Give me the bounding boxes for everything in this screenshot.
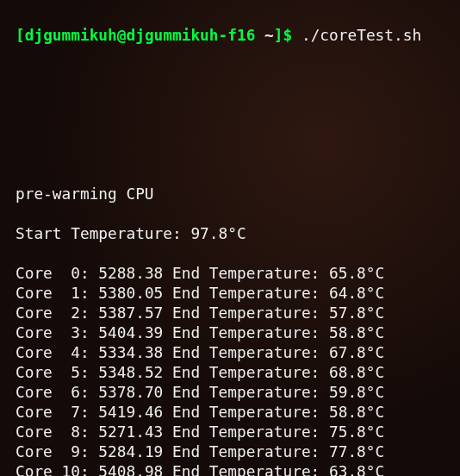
core-frequency: 5408.98	[98, 462, 163, 476]
core-line: Core 6: 5378.70 End Temperature: 59.8°C	[16, 382, 444, 402]
core-end-temp-label: End Temperature:	[163, 264, 329, 282]
core-end-temp-label: End Temperature:	[163, 423, 329, 441]
core-end-temp-value: 58.8°C	[329, 403, 384, 421]
core-end-temp-value: 58.8°C	[329, 323, 384, 341]
core-end-temp-value: 77.8°C	[329, 442, 384, 460]
core-end-temp-label: End Temperature:	[163, 343, 329, 361]
core-lines-container: Core 0: 5288.38 End Temperature: 65.8°CC…	[16, 263, 444, 476]
core-line: Core 8: 5271.43 End Temperature: 75.8°C	[16, 422, 444, 442]
terminal-output[interactable]: [djgummikuh@djgummikuh-f16 ~]$ ./coreTes…	[0, 0, 460, 476]
core-line: Core 2: 5387.57 End Temperature: 57.8°C	[16, 303, 444, 323]
core-end-temp-value: 64.8°C	[329, 284, 384, 302]
core-line: Core 9: 5284.19 End Temperature: 77.8°C	[16, 442, 444, 461]
core-end-temp-label: End Temperature:	[163, 383, 329, 401]
core-frequency: 5288.38	[98, 264, 163, 282]
prompt-space	[255, 26, 264, 44]
blank-line	[16, 65, 444, 85]
blank-line	[16, 144, 444, 164]
core-line: Core 4: 5334.38 End Temperature: 67.8°C	[16, 342, 444, 362]
core-end-temp-value: 63.8°C	[329, 462, 384, 476]
prewarm-line: pre-warming CPU	[16, 184, 444, 204]
core-frequency: 5380.05	[98, 284, 163, 302]
core-label: Core 6:	[16, 383, 98, 401]
core-frequency: 5334.38	[98, 343, 163, 361]
core-line: Core 0: 5288.38 End Temperature: 65.8°C	[16, 263, 444, 283]
core-label: Core 2:	[16, 304, 98, 322]
core-end-temp-label: End Temperature:	[163, 304, 329, 322]
prompt-dollar: $	[283, 26, 293, 44]
core-end-temp-label: End Temperature:	[163, 403, 329, 421]
core-end-temp-label: End Temperature:	[163, 363, 329, 381]
core-label: Core 10:	[16, 462, 98, 476]
core-frequency: 5387.57	[98, 304, 163, 322]
core-end-temp-label: End Temperature:	[163, 442, 329, 460]
start-temp-line: Start Temperature: 97.8°C	[16, 223, 444, 243]
core-end-temp-value: 59.8°C	[329, 383, 384, 401]
core-label: Core 9:	[16, 442, 98, 460]
core-label: Core 4:	[16, 343, 98, 361]
core-frequency: 5271.43	[98, 423, 163, 441]
core-frequency: 5419.46	[98, 403, 163, 421]
core-frequency: 5404.39	[98, 323, 163, 341]
command-text: ./coreTest.sh	[292, 26, 421, 44]
start-temp-value: 97.8°C	[190, 224, 246, 242]
prompt-open-bracket: [	[16, 26, 25, 44]
blank-line	[16, 104, 444, 124]
core-label: Core 1:	[16, 284, 98, 302]
core-line: Core 5: 5348.52 End Temperature: 68.8°C	[16, 362, 444, 382]
core-line: Core 1: 5380.05 End Temperature: 64.8°C	[16, 283, 444, 303]
core-line: Core 7: 5419.46 End Temperature: 58.8°C	[16, 402, 444, 422]
prompt-cwd: ~	[264, 26, 274, 44]
core-end-temp-value: 65.8°C	[329, 264, 384, 282]
core-end-temp-value: 67.8°C	[329, 343, 384, 361]
core-line: Core 3: 5404.39 End Temperature: 58.8°C	[16, 323, 444, 342]
core-label: Core 5:	[16, 363, 98, 381]
prompt-close-bracket: ]	[274, 26, 283, 44]
core-label: Core 8:	[16, 423, 98, 441]
core-label: Core 7:	[16, 403, 98, 421]
core-end-temp-value: 57.8°C	[329, 304, 384, 322]
core-line: Core 10: 5408.98 End Temperature: 63.8°C	[16, 461, 444, 476]
core-frequency: 5284.19	[98, 442, 163, 460]
core-end-temp-value: 68.8°C	[329, 363, 384, 381]
prompt-line-1: [djgummikuh@djgummikuh-f16 ~]$ ./coreTes…	[16, 25, 444, 45]
core-label: Core 3:	[16, 323, 98, 341]
core-end-temp-label: End Temperature:	[163, 323, 329, 341]
core-end-temp-label: End Temperature:	[163, 284, 329, 302]
core-frequency: 5348.52	[98, 363, 163, 381]
prompt-user-host: djgummikuh@djgummikuh-f16	[25, 26, 256, 44]
core-end-temp-label: End Temperature:	[163, 462, 329, 476]
core-end-temp-value: 75.8°C	[329, 423, 384, 441]
core-frequency: 5378.70	[98, 383, 163, 401]
core-label: Core 0:	[16, 264, 98, 282]
start-temp-label: Start Temperature:	[16, 224, 190, 242]
